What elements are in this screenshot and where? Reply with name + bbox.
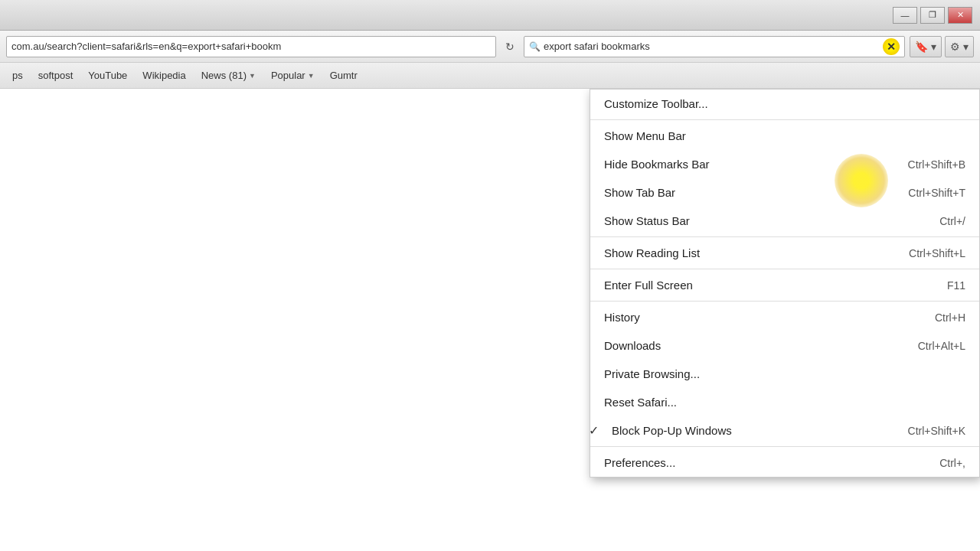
refresh-button[interactable]: ↻	[501, 37, 519, 56]
menu-separator-0	[590, 119, 979, 120]
menu-separator-2	[590, 269, 979, 269]
menu-item-show-reading-list[interactable]: Show Reading List Ctrl+Shift+L	[590, 239, 979, 267]
bookmark-news[interactable]: News (81) ▼	[195, 68, 262, 83]
news-dropdown-arrow: ▼	[249, 72, 256, 80]
menu-item-private-browsing[interactable]: Private Browsing...	[590, 360, 979, 388]
search-clear-button[interactable]: ✕	[883, 38, 900, 55]
menu-item-reset-safari[interactable]: Reset Safari...	[590, 388, 979, 416]
menu-item-customize-toolbar[interactable]: Customize Toolbar...	[590, 90, 979, 118]
content-area: Videos News Shopping Maps Books results …	[0, 89, 980, 551]
menu-item-show-menu-bar[interactable]: Show Menu Bar	[590, 122, 979, 150]
search-bar[interactable]: 🔍 export safari bookmarks ✕	[524, 36, 905, 57]
search-icon: 🔍	[529, 41, 541, 52]
address-bar-row: com.au/search?client=safari&rls=en&q=exp…	[0, 31, 980, 63]
bookmark-popular[interactable]: Popular ▼	[265, 68, 321, 83]
menu-separator-4	[590, 446, 979, 447]
restore-button[interactable]: ❐	[920, 7, 945, 24]
bookmark-youtube[interactable]: YouTube	[82, 68, 133, 83]
bookmark-icon-button[interactable]: 🔖 ▾	[910, 36, 942, 57]
menu-item-label: Customize Toolbar...	[604, 97, 708, 110]
window-controls: — ❐ ✕	[893, 7, 972, 24]
address-bar[interactable]: com.au/search?client=safari&rls=en&q=exp…	[6, 36, 496, 57]
menu-item-history[interactable]: History Ctrl+H	[590, 303, 979, 331]
menu-separator-1	[590, 236, 979, 237]
address-text: com.au/search?client=safari&rls=en&q=exp…	[11, 41, 281, 52]
popular-dropdown-arrow: ▼	[308, 72, 315, 80]
menu-item-downloads[interactable]: Downloads Ctrl+Alt+L	[590, 331, 979, 360]
menu-item-preferences[interactable]: Preferences... Ctrl+,	[590, 448, 979, 477]
toolbar-icons: 🔖 ▾ ⚙ ▾	[910, 36, 974, 57]
search-text: export safari bookmarks	[544, 41, 650, 52]
menu-separator-3	[590, 301, 979, 302]
menu-item-show-tab-bar[interactable]: Show Tab Bar Ctrl+Shift+T	[590, 178, 979, 207]
title-bar: — ❐ ✕	[0, 0, 980, 31]
bookmark-wikipedia[interactable]: Wikipedia	[136, 68, 191, 83]
bookmarks-bar: ps softpost YouTube Wikipedia News (81) …	[0, 63, 980, 89]
minimize-button[interactable]: —	[893, 7, 917, 24]
checkmark-icon: ✓	[589, 423, 599, 438]
menu-item-hide-bookmarks-bar[interactable]: Hide Bookmarks Bar Ctrl+Shift+B	[590, 150, 979, 178]
gear-icon-button[interactable]: ⚙ ▾	[945, 36, 974, 57]
bookmark-softpost[interactable]: softpost	[32, 68, 80, 83]
dropdown-menu: Customize Toolbar... Show Menu Bar Hide …	[590, 89, 980, 478]
close-button[interactable]: ✕	[948, 7, 972, 24]
bookmark-ps[interactable]: ps	[6, 68, 29, 83]
menu-item-block-popups[interactable]: ✓ Block Pop-Up Windows Ctrl+Shift+K	[590, 416, 979, 445]
bookmark-gumtr[interactable]: Gumtr	[324, 68, 364, 83]
menu-item-show-status-bar[interactable]: Show Status Bar Ctrl+/	[590, 207, 979, 235]
menu-item-enter-full-screen[interactable]: Enter Full Screen F11	[590, 271, 979, 299]
